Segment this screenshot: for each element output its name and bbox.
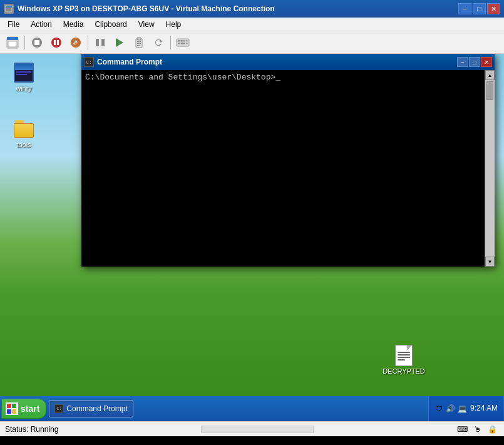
cmd-window: C: Command Prompt − □ ✕ C:\Documents and…	[81, 54, 495, 267]
svg-rect-6	[34, 40, 39, 45]
scrollbar-track[interactable]	[485, 80, 495, 257]
svg-rect-12	[101, 39, 105, 46]
menu-view[interactable]: View	[133, 19, 160, 30]
svg-rect-20	[178, 40, 180, 42]
vm-desktop: winry tools	[0, 54, 504, 396]
cmd-prompt-text: C:\Documents and Settings\user\Desktop>_	[85, 73, 280, 82]
taskbar-system-tray: 🛡 🔊 💻 9:24 AM	[428, 396, 503, 421]
desktop-icon-tools[interactable]: tools	[5, 116, 43, 151]
svg-rect-16	[137, 41, 141, 43]
svg-rect-26	[187, 43, 188, 44]
toolbar-play-button[interactable]	[111, 34, 128, 51]
vm-minimize-button[interactable]: −	[458, 3, 471, 14]
status-input-area	[201, 426, 314, 433]
winry-icon-image	[14, 63, 34, 83]
menu-media[interactable]: Media	[58, 19, 89, 30]
svg-rect-9	[57, 40, 59, 45]
svg-rect-21	[181, 40, 183, 42]
status-text: Status: Running	[5, 425, 58, 434]
vm-toolbar	[0, 31, 504, 54]
scrollbar-down-arrow[interactable]: ▼	[485, 257, 495, 267]
cmd-window-controls: − □ ✕	[457, 57, 492, 67]
status-lock-icon: 🔒	[486, 424, 499, 434]
logo-sq-3	[7, 409, 11, 414]
taskbar-cmd-icon: C:	[54, 404, 63, 413]
status-icons: ⌨ 🖱 🔒	[456, 424, 499, 434]
svg-rect-3	[7, 37, 18, 40]
status-mouse-icon: 🖱	[471, 424, 484, 434]
toolbar-sep-3	[170, 36, 171, 49]
menu-help[interactable]: Help	[161, 19, 187, 30]
cmd-title: Command Prompt	[97, 58, 162, 66]
menu-clipboard[interactable]: Clipboard	[90, 19, 131, 30]
svg-rect-15	[137, 38, 141, 40]
svg-rect-24	[178, 43, 180, 44]
systray-icons: 🛡 🔊 💻	[434, 404, 468, 414]
toolbar-vm-icon	[4, 34, 21, 51]
taskbar-cmd-label: Command Prompt	[66, 404, 127, 413]
desktop-icon-winry[interactable]: winry	[5, 60, 43, 95]
toolbar-sep-1	[24, 36, 25, 49]
svg-rect-22	[183, 40, 185, 42]
svg-rect-25	[181, 43, 185, 44]
scrollbar-thumb[interactable]	[486, 81, 493, 100]
vm-close-button[interactable]: ✕	[487, 3, 500, 14]
systray-security-icon: 🛡	[434, 404, 444, 414]
cmd-content[interactable]: C:\Documents and Settings\user\Desktop>_	[81, 70, 485, 267]
tools-icon-label: tools	[16, 141, 31, 148]
tools-icon-image	[14, 119, 34, 139]
taskbar-buttons: C: Command Prompt	[46, 400, 428, 417]
systray-network-icon: 🔊	[446, 404, 456, 414]
svg-rect-18	[137, 45, 140, 46]
menu-file[interactable]: File	[3, 19, 24, 30]
logo-sq-2	[12, 404, 16, 408]
taskbar-clock: 9:24 AM	[470, 404, 498, 414]
start-button[interactable]: start	[1, 399, 46, 419]
svg-point-7	[51, 38, 61, 48]
cmd-body: C:\Documents and Settings\user\Desktop>_…	[81, 70, 495, 267]
svg-rect-1	[6, 6, 12, 8]
status-keyboard-icon: ⌨	[456, 424, 469, 434]
systray-volume-icon: 💻	[458, 404, 468, 414]
cmd-scrollbar[interactable]: ▲ ▼	[485, 70, 495, 267]
vm-title: Windows XP SP3 on DESKTOP-ABG S6UV - Vir…	[18, 4, 275, 13]
svg-rect-8	[54, 40, 56, 45]
vm-icon	[4, 4, 14, 14]
scrollbar-up-arrow[interactable]: ▲	[485, 70, 495, 80]
svg-rect-17	[137, 43, 141, 44]
cmd-icon: C:	[84, 57, 94, 67]
status-progress-bar	[201, 426, 314, 433]
toolbar-pause-button[interactable]	[48, 34, 65, 51]
vm-restore-button[interactable]: □	[473, 3, 486, 14]
taskbar-item-cmd[interactable]: C: Command Prompt	[49, 400, 133, 417]
svg-rect-4	[8, 41, 17, 47]
toolbar-sep-2	[88, 36, 88, 49]
vm-taskbar: start C: Command Prompt 🛡 🔊 💻 9:24 AM	[0, 396, 504, 421]
logo-sq-4	[12, 409, 16, 414]
svg-rect-23	[187, 40, 188, 42]
start-label: start	[21, 404, 39, 414]
vm-window-controls: − □ ✕	[458, 3, 500, 14]
cmd-restore-button[interactable]: □	[469, 57, 480, 67]
cmd-close-button[interactable]: ✕	[481, 57, 492, 67]
svg-marker-13	[116, 38, 123, 47]
winry-icon-label: winry	[16, 84, 32, 92]
decrypted-icon-label: DECRYPTED	[383, 367, 425, 375]
toolbar-undo-button[interactable]	[150, 34, 167, 51]
vm-titlebar: Windows XP SP3 on DESKTOP-ABG S6UV - Vir…	[0, 0, 504, 18]
menu-action[interactable]: Action	[26, 19, 56, 30]
toolbar-stop-button[interactable]	[28, 34, 46, 51]
windows-logo	[6, 402, 18, 415]
toolbar-keyboard-button[interactable]	[174, 34, 192, 51]
svg-rect-11	[96, 39, 99, 46]
cmd-titlebar: C: Command Prompt − □ ✕	[81, 54, 495, 70]
cmd-minimize-button[interactable]: −	[457, 57, 468, 67]
toolbar-reset-button[interactable]	[67, 34, 85, 51]
vm-menubar: File Action Media Clipboard View Help	[0, 18, 504, 31]
desktop-icon-decrypted[interactable]: DECRYPTED	[385, 343, 423, 377]
logo-sq-1	[7, 404, 11, 408]
toolbar-clipboard-button[interactable]	[130, 34, 148, 51]
vm-window: Windows XP SP3 on DESKTOP-ABG S6UV - Vir…	[0, 0, 504, 445]
toolbar-media-pause-button[interactable]	[91, 34, 109, 51]
vm-statusbar: Status: Running ⌨ 🖱 🔒	[0, 421, 504, 436]
